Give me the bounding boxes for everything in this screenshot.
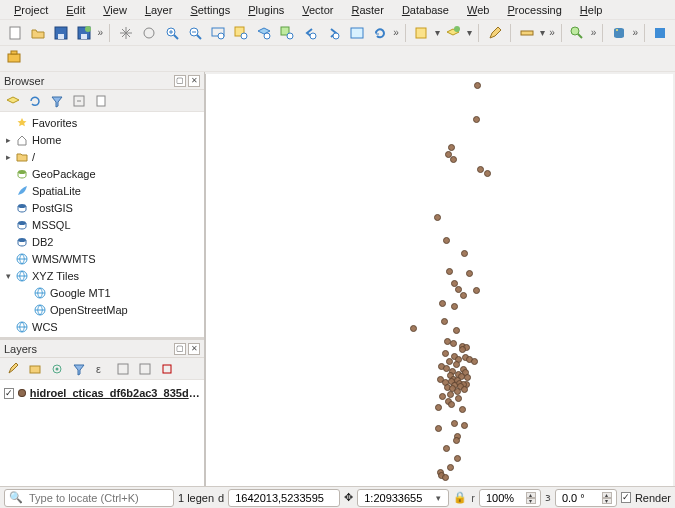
panel-float-icon[interactable]: ▢ bbox=[174, 75, 186, 87]
refresh-icon[interactable] bbox=[26, 92, 44, 110]
menu-vector[interactable]: Vector bbox=[294, 3, 341, 17]
zoom-in-icon[interactable] bbox=[161, 22, 182, 44]
toolbar-overflow-icon[interactable]: » bbox=[548, 27, 556, 38]
browser-item[interactable]: Google MT1 bbox=[0, 284, 204, 301]
collapse-all-icon[interactable] bbox=[136, 360, 154, 378]
scale-field[interactable] bbox=[362, 491, 432, 505]
coordinate-field[interactable] bbox=[233, 491, 335, 505]
browser-item[interactable]: WCS bbox=[0, 318, 204, 335]
menu-project[interactable]: Project bbox=[6, 3, 56, 17]
toolbar-main: » » ▾ ▾ ▾ » » » bbox=[0, 20, 675, 46]
browser-item[interactable]: ▸/ bbox=[0, 148, 204, 165]
tree-twisty-icon[interactable]: ▸ bbox=[2, 135, 14, 145]
layer-visibility-checkbox[interactable]: ✓ bbox=[4, 388, 14, 399]
menu-help[interactable]: Help bbox=[572, 3, 611, 17]
filter-icon[interactable] bbox=[48, 92, 66, 110]
pan-to-selection-icon[interactable] bbox=[138, 22, 159, 44]
dropdown-icon[interactable]: ▾ bbox=[436, 493, 441, 503]
menu-view[interactable]: View bbox=[95, 3, 135, 17]
render-checkbox[interactable]: ✓ bbox=[621, 492, 631, 503]
measure-icon[interactable] bbox=[516, 22, 537, 44]
new-map-view-icon[interactable] bbox=[346, 22, 367, 44]
browser-item[interactable]: GeoPackage bbox=[0, 165, 204, 182]
menu-web[interactable]: Web bbox=[459, 3, 497, 17]
add-group-icon[interactable] bbox=[26, 360, 44, 378]
rotation-input[interactable]: ▴▾ bbox=[555, 489, 617, 507]
zoom-layer-icon[interactable] bbox=[254, 22, 275, 44]
panel-float-icon[interactable]: ▢ bbox=[174, 343, 186, 355]
python-console-icon[interactable] bbox=[608, 22, 629, 44]
spinner-icon[interactable]: ▴▾ bbox=[526, 492, 536, 504]
scale-input[interactable]: ▾ bbox=[357, 489, 449, 507]
filter-legend-icon[interactable] bbox=[70, 360, 88, 378]
extents-toggle-icon[interactable]: ✥ bbox=[344, 491, 353, 504]
manage-visibility-icon[interactable] bbox=[48, 360, 66, 378]
browser-item[interactable]: WMS/WMTS bbox=[0, 250, 204, 267]
zoom-out-icon[interactable] bbox=[184, 22, 205, 44]
layers-tree[interactable]: ✓hidroel_cticas_df6b2ac3_835d_43... bbox=[0, 380, 204, 488]
browser-tree[interactable]: Favorites▸Home▸/GeoPackageSpatiaLitePost… bbox=[0, 112, 204, 337]
magnifier-input[interactable]: ▴▾ bbox=[479, 489, 541, 507]
dropdown-icon[interactable]: ▾ bbox=[466, 27, 473, 38]
zoom-last-icon[interactable] bbox=[300, 22, 321, 44]
plugin-icon[interactable] bbox=[650, 22, 671, 44]
map-canvas[interactable] bbox=[205, 74, 673, 486]
select-icon[interactable] bbox=[411, 22, 432, 44]
dropdown-icon[interactable]: ▾ bbox=[434, 27, 441, 38]
locator-input[interactable]: 🔍 bbox=[4, 489, 174, 507]
remove-layer-icon[interactable] bbox=[158, 360, 176, 378]
browser-item[interactable]: DB2 bbox=[0, 233, 204, 250]
menu-layer[interactable]: Layer bbox=[137, 3, 181, 17]
zoom-native-icon[interactable] bbox=[277, 22, 298, 44]
toolbar-overflow-icon[interactable]: » bbox=[392, 27, 400, 38]
toggle-editing-icon[interactable] bbox=[484, 22, 505, 44]
toolbox-icon[interactable] bbox=[6, 48, 28, 70]
db2-icon bbox=[14, 235, 30, 249]
style-icon[interactable] bbox=[4, 360, 22, 378]
save-as-icon[interactable] bbox=[73, 22, 94, 44]
zoom-full-icon[interactable] bbox=[207, 22, 228, 44]
locator-field[interactable] bbox=[27, 491, 169, 505]
properties-icon[interactable] bbox=[92, 92, 110, 110]
panel-close-icon[interactable]: ✕ bbox=[188, 343, 200, 355]
identify-icon[interactable] bbox=[567, 22, 588, 44]
menu-processing[interactable]: Processing bbox=[499, 3, 569, 17]
menu-raster[interactable]: Raster bbox=[343, 3, 391, 17]
browser-item[interactable]: PostGIS bbox=[0, 199, 204, 216]
collapse-all-icon[interactable] bbox=[70, 92, 88, 110]
menu-database[interactable]: Database bbox=[394, 3, 457, 17]
expand-all-icon[interactable] bbox=[114, 360, 132, 378]
rotation-field[interactable] bbox=[560, 491, 598, 505]
refresh-icon[interactable] bbox=[369, 22, 390, 44]
toolbar-overflow-icon[interactable]: » bbox=[96, 27, 104, 38]
lock-scale-icon[interactable]: 🔒 bbox=[453, 491, 467, 504]
coordinate-input[interactable] bbox=[228, 489, 340, 507]
tree-twisty-icon[interactable]: ▾ bbox=[2, 271, 14, 281]
expression-filter-icon[interactable]: ε bbox=[92, 360, 110, 378]
menu-edit[interactable]: Edit bbox=[58, 3, 93, 17]
magnifier-field[interactable] bbox=[484, 491, 522, 505]
browser-item[interactable]: ▸Home bbox=[0, 131, 204, 148]
browser-item[interactable]: ▾XYZ Tiles bbox=[0, 267, 204, 284]
dropdown-icon[interactable]: ▾ bbox=[539, 27, 546, 38]
menu-plugins[interactable]: Plugins bbox=[240, 3, 292, 17]
browser-item[interactable]: SpatiaLite bbox=[0, 182, 204, 199]
tree-twisty-icon[interactable]: ▸ bbox=[2, 152, 14, 162]
new-project-icon[interactable] bbox=[4, 22, 25, 44]
browser-item[interactable]: OpenStreetMap bbox=[0, 301, 204, 318]
save-icon[interactable] bbox=[50, 22, 71, 44]
toolbar-overflow-icon[interactable]: » bbox=[590, 27, 598, 38]
menu-settings[interactable]: Settings bbox=[182, 3, 238, 17]
spinner-icon[interactable]: ▴▾ bbox=[602, 492, 612, 504]
pan-icon[interactable] bbox=[115, 22, 136, 44]
browser-item[interactable]: Favorites bbox=[0, 114, 204, 131]
browser-item[interactable]: MSSQL bbox=[0, 216, 204, 233]
toolbar-overflow-icon[interactable]: » bbox=[631, 27, 639, 38]
add-layer-icon[interactable] bbox=[443, 22, 464, 44]
panel-close-icon[interactable]: ✕ bbox=[188, 75, 200, 87]
layer-item[interactable]: ✓hidroel_cticas_df6b2ac3_835d_43... bbox=[4, 384, 200, 402]
open-icon[interactable] bbox=[27, 22, 48, 44]
zoom-next-icon[interactable] bbox=[323, 22, 344, 44]
zoom-selection-icon[interactable] bbox=[231, 22, 252, 44]
add-layer-icon[interactable] bbox=[4, 92, 22, 110]
